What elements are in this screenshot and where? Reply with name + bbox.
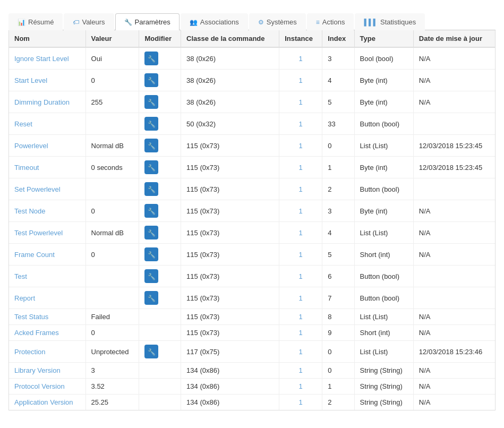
tab-systemes[interactable]: ⚙Systèmes bbox=[249, 13, 306, 30]
cell-date-0: N/A bbox=[413, 47, 495, 70]
modifier-button-4[interactable] bbox=[144, 139, 158, 152]
cell-valeur-10 bbox=[86, 266, 139, 287]
wrench-icon bbox=[148, 294, 156, 302]
cell-instance-11: 1 bbox=[279, 287, 322, 309]
table-row: Start Level038 (0x26)14Byte (int)N/A bbox=[9, 70, 495, 91]
cell-instance-9: 1 bbox=[279, 244, 322, 266]
tab-label-statistiques: Statistiques bbox=[380, 18, 416, 26]
cell-classe-1: 38 (0x26) bbox=[181, 70, 279, 91]
cell-date-8: N/A bbox=[413, 222, 495, 244]
page-container: 📊Résumé🏷Valeurs🔧Paramètres👥Associations⚙… bbox=[0, 0, 504, 417]
cell-instance-8: 1 bbox=[279, 222, 322, 244]
cell-modifier-5 bbox=[139, 157, 181, 178]
cell-instance-16: 1 bbox=[279, 379, 322, 395]
cell-instance-10: 1 bbox=[279, 266, 322, 287]
cell-classe-0: 38 (0x26) bbox=[181, 47, 279, 70]
table-row: Report115 (0x73)17Button (bool) bbox=[9, 287, 495, 309]
tab-resume[interactable]: 📊Résumé bbox=[8, 13, 63, 30]
table-row: Application Version25.25134 (0x86)12Stri… bbox=[9, 395, 495, 410]
cell-type-12: List (List) bbox=[354, 309, 413, 325]
cell-type-10: Button (bool) bbox=[354, 266, 413, 287]
cell-classe-2: 38 (0x26) bbox=[181, 91, 279, 113]
table-row: Acked Frames0115 (0x73)19Short (int)N/A bbox=[9, 325, 495, 341]
tab-actions[interactable]: ≡Actions bbox=[307, 13, 354, 30]
cell-nom-8: Test Powerlevel bbox=[9, 222, 86, 244]
modifier-button-8[interactable] bbox=[144, 226, 158, 239]
cell-nom-14: Protection bbox=[9, 341, 86, 363]
table-row: Test115 (0x73)16Button (bool) bbox=[9, 266, 495, 287]
tab-label-systemes: Systèmes bbox=[267, 18, 297, 26]
cell-date-10 bbox=[413, 266, 495, 287]
cell-type-16: String (String) bbox=[354, 379, 413, 395]
cell-valeur-2: 255 bbox=[86, 91, 139, 113]
cell-instance-17: 1 bbox=[279, 395, 322, 410]
modifier-button-11[interactable] bbox=[144, 291, 158, 305]
cell-date-9: N/A bbox=[413, 244, 495, 266]
cell-modifier-14 bbox=[139, 341, 181, 363]
cell-nom-9: Frame Count bbox=[9, 244, 86, 266]
bar-icon: ▌▌▌ bbox=[364, 19, 378, 26]
cell-type-7: Byte (int) bbox=[354, 200, 413, 222]
cell-classe-6: 115 (0x73) bbox=[181, 178, 279, 200]
modifier-button-3[interactable] bbox=[144, 117, 158, 131]
cell-instance-5: 1 bbox=[279, 157, 322, 178]
cell-date-5: 12/03/2018 15:23:45 bbox=[413, 157, 495, 178]
tab-parametres[interactable]: 🔧Paramètres bbox=[115, 13, 180, 30]
tab-statistiques[interactable]: ▌▌▌Statistiques bbox=[355, 13, 425, 30]
cell-nom-7: Test Node bbox=[9, 200, 86, 222]
cell-modifier-1 bbox=[139, 70, 181, 91]
cell-valeur-4: Normal dB bbox=[86, 135, 139, 157]
cell-nom-4: Powerlevel bbox=[9, 135, 86, 157]
wrench-icon bbox=[148, 76, 156, 84]
wrench-icon bbox=[148, 251, 156, 259]
table-row: Timeout0 seconds115 (0x73)11Byte (int)12… bbox=[9, 157, 495, 178]
cell-date-7: N/A bbox=[413, 200, 495, 222]
col-header-1: Valeur bbox=[86, 30, 139, 47]
cell-classe-10: 115 (0x73) bbox=[181, 266, 279, 287]
cell-modifier-6 bbox=[139, 178, 181, 200]
wrench-icon: 🔧 bbox=[124, 19, 132, 26]
cell-index-17: 2 bbox=[322, 395, 354, 410]
cell-type-6: Button (bool) bbox=[354, 178, 413, 200]
cell-date-15: N/A bbox=[413, 363, 495, 379]
modifier-button-9[interactable] bbox=[144, 247, 158, 261]
cell-modifier-12 bbox=[139, 309, 181, 325]
wrench-icon bbox=[148, 207, 156, 215]
cell-modifier-11 bbox=[139, 287, 181, 309]
users-icon: 👥 bbox=[190, 19, 198, 26]
wrench-icon bbox=[148, 98, 156, 106]
cell-index-5: 1 bbox=[322, 157, 354, 178]
modifier-button-0[interactable] bbox=[144, 52, 158, 65]
modifier-button-6[interactable] bbox=[144, 182, 158, 196]
cell-type-3: Button (bool) bbox=[354, 113, 413, 135]
tab-associations[interactable]: 👥Associations bbox=[181, 13, 248, 30]
cell-modifier-13 bbox=[139, 325, 181, 341]
cell-valeur-9: 0 bbox=[86, 244, 139, 266]
cell-instance-4: 1 bbox=[279, 135, 322, 157]
cell-type-1: Byte (int) bbox=[354, 70, 413, 91]
col-header-6: Type bbox=[354, 30, 413, 47]
cell-index-15: 0 bbox=[322, 363, 354, 379]
cell-date-16: N/A bbox=[413, 379, 495, 395]
cell-type-11: Button (bool) bbox=[354, 287, 413, 309]
modifier-button-14[interactable] bbox=[144, 345, 158, 358]
tag-icon: 🏷 bbox=[73, 19, 79, 26]
cell-index-14: 0 bbox=[322, 341, 354, 363]
cell-valeur-1: 0 bbox=[86, 70, 139, 91]
table-row: Set Powerlevel115 (0x73)12Button (bool) bbox=[9, 178, 495, 200]
cell-modifier-17 bbox=[139, 395, 181, 410]
cell-classe-17: 134 (0x86) bbox=[181, 395, 279, 410]
tab-valeurs[interactable]: 🏷Valeurs bbox=[64, 13, 114, 30]
cell-classe-9: 115 (0x73) bbox=[181, 244, 279, 266]
cell-type-17: String (String) bbox=[354, 395, 413, 410]
tab-label-parametres: Paramètres bbox=[135, 18, 170, 26]
modifier-button-2[interactable] bbox=[144, 95, 158, 109]
cell-classe-5: 115 (0x73) bbox=[181, 157, 279, 178]
cell-instance-14: 1 bbox=[279, 341, 322, 363]
modifier-button-5[interactable] bbox=[144, 160, 158, 174]
modifier-button-10[interactable] bbox=[144, 269, 158, 283]
modifier-button-1[interactable] bbox=[144, 73, 158, 87]
wrench-icon bbox=[148, 164, 156, 172]
tab-label-associations: Associations bbox=[200, 18, 239, 26]
modifier-button-7[interactable] bbox=[144, 204, 158, 218]
